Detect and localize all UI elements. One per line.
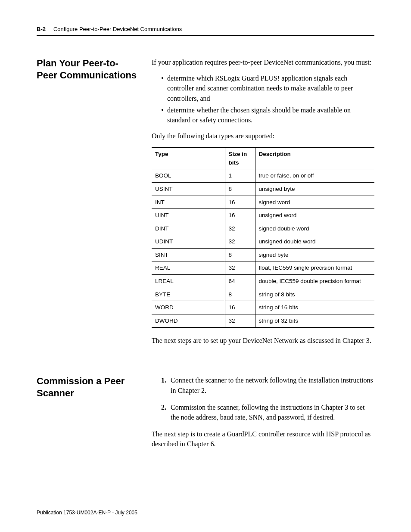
cell-size: 8 [225,248,255,261]
cell-desc: double, IEC559 double precision format [255,274,374,288]
table-row: UINT16unsigned word [152,209,374,222]
cell-type: BOOL [152,169,225,183]
section-body: 1. Connect the scanner to the network fo… [152,375,374,455]
intro-text: If your application requires peer-to-pee… [152,57,374,67]
cell-type: BYTE [152,288,225,301]
cell-size: 8 [225,183,255,196]
cell-size: 32 [225,261,255,275]
cell-desc: string of 32 bits [255,314,374,327]
step-text: Commission the scanner, following the in… [171,404,364,421]
section-commission-scanner: Commission a Peer Scanner 1. Connect the… [37,375,374,455]
table-row: REAL32float, IEC559 single precision for… [152,261,374,275]
bullet-item: determine which RSLogix Guard PLUS! appl… [161,73,374,103]
cell-type: WORD [152,301,225,314]
cell-size: 8 [225,288,255,301]
before-table-text: Only the following data types are suppor… [152,131,374,141]
cell-type: SINT [152,248,225,261]
page-header: B-2 Configure Peer-to-Peer DeviceNet Com… [37,26,374,36]
col-header-size: Size in bits [225,147,255,169]
cell-size: 32 [225,235,255,249]
cell-desc: unsigned word [255,209,374,222]
cell-desc: unsigned byte [255,183,374,196]
cell-size: 16 [225,196,255,209]
after-table-text: The next steps are to set up your Device… [152,336,374,345]
table-header-row: Type Size in bits Description [152,147,374,169]
table-row: WORD16string of 16 bits [152,301,374,314]
table-row: BOOL1true or false, on or off [152,169,374,183]
table-row: DWORD32string of 32 bits [152,314,374,327]
cell-type: UINT [152,209,225,222]
cell-size: 16 [225,301,255,314]
bullet-item: determine whether the chosen signals sho… [161,105,374,125]
col-header-type: Type [152,147,225,169]
table-row: UDINT32unsigned double word [152,235,374,249]
cell-type: USINT [152,183,225,196]
table-row: DINT32signed double word [152,222,374,235]
cell-size: 1 [225,169,255,183]
publication-footer: Publication 1753-UM002A-EN-P - July 2005 [37,510,137,516]
step-item: 1. Connect the scanner to the network fo… [161,375,374,395]
cell-desc: float, IEC559 single precision format [255,261,374,275]
running-title: Configure Peer-to-Peer DeviceNet Communi… [53,26,182,32]
cell-type: DINT [152,222,225,235]
cell-type: LREAL [152,274,225,288]
table-row: INT16signed word [152,196,374,209]
table-row: SINT8signed byte [152,248,374,261]
cell-desc: string of 8 bits [255,288,374,301]
table-row: BYTE8string of 8 bits [152,288,374,301]
step-number: 2. [161,402,166,412]
cell-size: 32 [225,314,255,327]
cell-type: DWORD [152,314,225,327]
step-item: 2. Commission the scanner, following the… [161,402,374,422]
col-header-desc: Description [255,147,374,169]
section-title: Commission a Peer Scanner [37,375,138,399]
cell-desc: unsigned double word [255,235,374,249]
step-number: 1. [161,375,166,385]
data-types-table: Type Size in bits Description BOOL1true … [152,147,374,328]
after-steps-text: The next step is to create a GuardPLC co… [152,429,374,449]
cell-type: INT [152,196,225,209]
cell-desc: signed byte [255,248,374,261]
cell-desc: signed double word [255,222,374,235]
section-body: If your application requires peer-to-pee… [152,57,374,352]
bullet-list: determine which RSLogix Guard PLUS! appl… [152,73,374,125]
cell-desc: string of 16 bits [255,301,374,314]
cell-desc: signed word [255,196,374,209]
section-plan-communications: Plan Your Peer-to-Peer Communications If… [37,57,374,352]
table-row: USINT8unsigned byte [152,183,374,196]
cell-type: UDINT [152,235,225,249]
cell-type: REAL [152,261,225,275]
step-list: 1. Connect the scanner to the network fo… [152,375,374,422]
page-number: B-2 [37,26,46,32]
cell-desc: true or false, on or off [255,169,374,183]
section-title: Plan Your Peer-to-Peer Communications [37,57,138,81]
step-text: Connect the scanner to the network follo… [171,376,373,394]
cell-size: 16 [225,209,255,222]
cell-size: 64 [225,274,255,288]
cell-size: 32 [225,222,255,235]
table-row: LREAL64double, IEC559 double precision f… [152,274,374,288]
